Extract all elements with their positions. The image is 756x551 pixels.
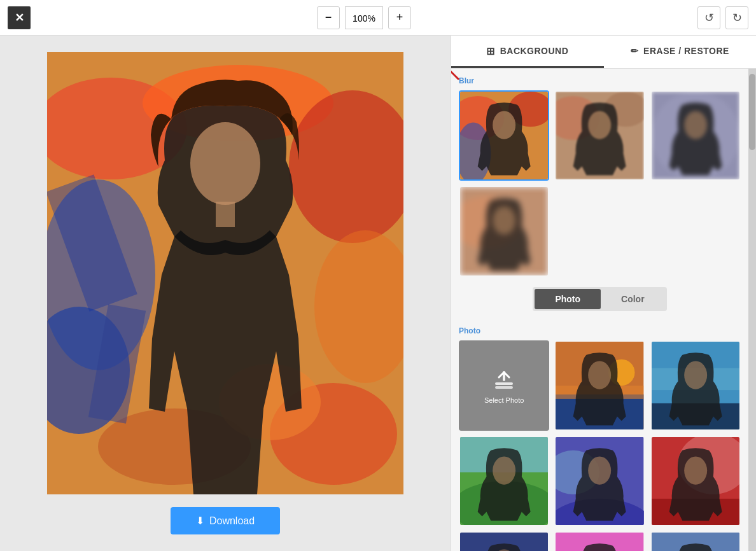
panel-tabs: ⊞ BACKGROUND ✏ ERASE / RESTORE xyxy=(451,36,756,69)
toggle-bar: Photo Color xyxy=(533,287,666,311)
svg-rect-13 xyxy=(216,202,235,227)
svg-point-53 xyxy=(684,456,707,484)
blur-thumb-4[interactable] xyxy=(459,186,549,276)
canvas-area: ⬇ Download xyxy=(0,36,451,551)
svg-point-19 xyxy=(493,111,515,139)
photo-thumb-7-image xyxy=(556,533,643,551)
redo-button[interactable]: ↻ xyxy=(725,6,748,29)
blur-section-label: Blur xyxy=(459,76,741,85)
close-button[interactable]: ✕ xyxy=(8,6,31,29)
photo-thumb-8[interactable] xyxy=(650,531,741,551)
background-tab-label: BACKGROUND xyxy=(500,46,569,56)
blur-thumb-4-image xyxy=(460,187,548,275)
eraser-icon: ✏ xyxy=(631,46,639,56)
erase-restore-tab-label: ERASE / RESTORE xyxy=(643,46,729,56)
blur-section: Blur xyxy=(459,76,741,277)
right-panel: ⊞ BACKGROUND ✏ ERASE / RESTORE xyxy=(451,36,756,551)
main-photo xyxy=(47,52,403,494)
photo-thumb-5[interactable] xyxy=(650,436,741,526)
toggle-wrapper: Photo Color xyxy=(459,287,741,319)
photo-thumb-2[interactable] xyxy=(650,340,741,431)
photo-thumb-1[interactable] xyxy=(554,340,645,431)
svg-point-37 xyxy=(589,361,612,389)
blur-thumb-1[interactable] xyxy=(459,90,549,181)
svg-rect-32 xyxy=(495,386,513,389)
undo-icon: ↺ xyxy=(704,11,714,25)
blur-thumb-2[interactable] xyxy=(554,90,645,181)
undo-button[interactable]: ↺ xyxy=(697,6,720,29)
tab-background[interactable]: ⊞ BACKGROUND xyxy=(451,36,604,68)
photo-thumb-2-image xyxy=(652,342,739,429)
photo-thumb-7[interactable] xyxy=(554,531,645,551)
download-button[interactable]: ⬇ Download xyxy=(171,507,280,534)
color-toggle-btn[interactable]: Color xyxy=(601,289,665,309)
zoom-out-button[interactable]: − xyxy=(317,6,340,29)
photo-container xyxy=(47,52,403,494)
photo-thumb-8-image xyxy=(652,533,739,551)
svg-point-41 xyxy=(684,361,707,389)
upload-icon xyxy=(491,367,517,393)
zoom-out-icon: − xyxy=(325,11,332,24)
photo-thumb-6[interactable] xyxy=(459,531,549,551)
blur-thumb-3-image xyxy=(652,92,739,179)
zoom-in-icon: + xyxy=(396,11,403,24)
toolbar: ✕ − 100% + ↺ ↻ xyxy=(0,0,756,36)
blur-thumb-2-image xyxy=(556,92,643,179)
download-label: Download xyxy=(209,515,255,527)
blur-thumb-1-image xyxy=(460,92,548,179)
zoom-value-display: 100% xyxy=(345,6,383,29)
svg-rect-30 xyxy=(495,382,513,385)
close-icon: ✕ xyxy=(15,11,24,25)
photo-thumb-1-image xyxy=(556,342,643,429)
background-image xyxy=(47,52,403,494)
photo-thumb-4-image xyxy=(556,437,643,525)
photo-thumb-4[interactable] xyxy=(554,436,645,526)
scrollbar-thumb[interactable] xyxy=(749,74,755,150)
photo-thumb-6-image xyxy=(460,533,548,551)
redo-icon: ↻ xyxy=(732,11,742,25)
svg-point-12 xyxy=(190,122,260,205)
zoom-in-button[interactable]: + xyxy=(388,6,411,29)
right-scrollbar[interactable] xyxy=(748,69,756,551)
photo-section: Photo Se xyxy=(459,326,741,551)
blur-thumb-3[interactable] xyxy=(650,90,741,181)
select-photo-button[interactable]: Select Photo xyxy=(459,340,549,431)
svg-point-23 xyxy=(589,111,612,139)
photo-toggle-btn[interactable]: Photo xyxy=(535,289,601,309)
svg-point-29 xyxy=(493,207,515,235)
main-layout: ⬇ Download ⊞ BACKGROUND ✏ ERASE / RESTOR… xyxy=(0,36,756,551)
tab-erase-restore[interactable]: ✏ ERASE / RESTORE xyxy=(604,36,757,68)
panel-content: Blur xyxy=(451,69,748,551)
blur-thumbnail-grid xyxy=(459,90,741,277)
svg-point-49 xyxy=(589,456,612,484)
svg-point-45 xyxy=(493,456,515,484)
download-icon: ⬇ xyxy=(196,515,204,527)
photo-thumb-5-image xyxy=(652,437,739,525)
photo-section-label: Photo xyxy=(459,326,741,335)
photo-thumb-3[interactable] xyxy=(459,436,549,526)
select-photo-label: Select Photo xyxy=(484,396,524,404)
photo-thumb-3-image xyxy=(460,437,548,525)
photo-thumbnail-grid: Select Photo xyxy=(459,340,741,551)
svg-point-26 xyxy=(684,111,707,139)
layers-icon: ⊞ xyxy=(486,45,495,57)
